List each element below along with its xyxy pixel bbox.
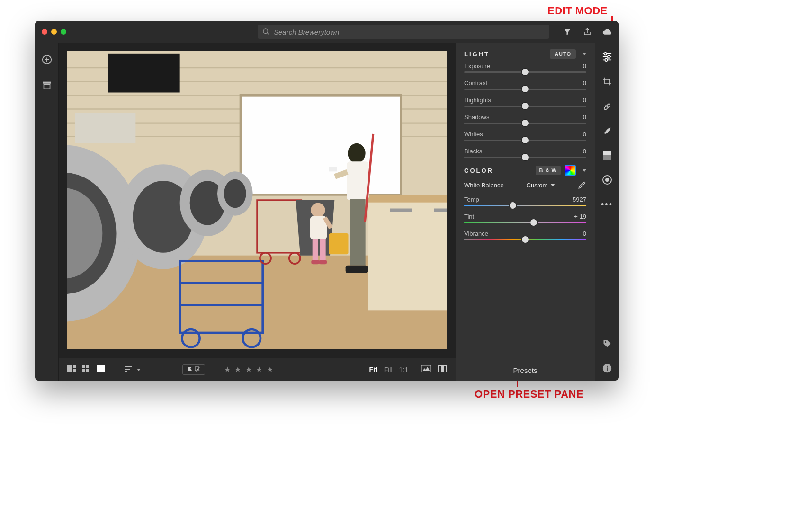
titlebar: Search Brewerytown	[35, 21, 619, 43]
svg-rect-43	[346, 266, 368, 273]
auto-button[interactable]: AUTO	[550, 49, 576, 59]
image-canvas[interactable]	[67, 51, 447, 349]
tint-value: + 19	[574, 213, 586, 220]
sort-menu[interactable]	[125, 366, 141, 373]
slider-label: Contrast	[464, 80, 487, 87]
svg-point-72	[604, 53, 606, 55]
exposure-slider[interactable]	[464, 71, 586, 73]
maximize-window[interactable]	[61, 29, 66, 35]
svg-rect-54	[329, 233, 349, 254]
svg-rect-15	[241, 95, 401, 195]
temp-slider[interactable]	[464, 205, 586, 206]
svg-line-66	[195, 366, 200, 373]
svg-point-86	[606, 366, 607, 367]
color-section-title: COLOR	[464, 167, 493, 174]
single-view[interactable]	[97, 365, 105, 373]
svg-point-26	[224, 179, 246, 208]
svg-rect-49	[320, 239, 326, 261]
light-expand[interactable]	[580, 50, 586, 58]
grid-view-large[interactable]	[67, 365, 76, 373]
radial-gradient-icon[interactable]	[601, 174, 613, 186]
histogram-icon[interactable]	[421, 365, 431, 373]
color-expand[interactable]	[580, 166, 586, 175]
slider-value: 0	[583, 97, 586, 104]
cloud-icon[interactable]	[602, 27, 612, 36]
share-icon[interactable]	[583, 27, 592, 36]
svg-rect-39	[434, 209, 447, 212]
footer-bar: ★ ★ ★ ★ ★ Fit Fill 1:1	[59, 358, 456, 381]
search-icon	[262, 28, 270, 35]
linear-gradient-icon[interactable]	[601, 150, 613, 161]
svg-rect-63	[125, 366, 132, 367]
compare-icon[interactable]	[438, 365, 447, 374]
blacks-slider[interactable]	[464, 157, 586, 158]
slider-label: Shadows	[464, 114, 489, 121]
svg-rect-37	[368, 195, 447, 202]
search-input[interactable]: Search Brewerytown	[258, 25, 549, 39]
svg-rect-68	[438, 365, 441, 372]
slider-label: Exposure	[464, 62, 490, 70]
search-placeholder: Search Brewerytown	[274, 28, 339, 36]
slider-label: Blacks	[464, 148, 482, 155]
edit-panel: LIGHT AUTO Exposure0Contrast0Highlights0…	[456, 43, 595, 381]
zoom-1to1[interactable]: 1:1	[399, 366, 408, 373]
flag-toggle[interactable]	[182, 364, 205, 375]
svg-rect-64	[125, 369, 130, 370]
svg-rect-50	[311, 260, 319, 264]
right-toolbar: •••	[595, 43, 619, 381]
more-icon[interactable]: •••	[601, 199, 613, 210]
color-mixer-button[interactable]	[565, 165, 576, 176]
svg-point-40	[348, 143, 365, 163]
minimize-window[interactable]	[51, 29, 57, 35]
svg-rect-45	[329, 167, 337, 171]
close-window[interactable]	[42, 29, 47, 35]
slider-value: 0	[583, 148, 586, 155]
info-icon[interactable]	[601, 363, 613, 374]
zoom-fit[interactable]: Fit	[369, 366, 377, 373]
whites-slider[interactable]	[464, 140, 586, 141]
svg-rect-56	[73, 365, 76, 368]
svg-point-0	[263, 29, 268, 33]
temp-label: Temp	[464, 196, 479, 203]
tag-icon[interactable]	[601, 338, 613, 349]
tint-slider[interactable]	[464, 222, 586, 223]
svg-rect-36	[368, 200, 447, 310]
app-window: Search Brewerytown	[35, 21, 619, 381]
svg-rect-27	[75, 113, 135, 143]
rating-stars[interactable]: ★ ★ ★ ★ ★	[224, 365, 274, 374]
svg-rect-62	[97, 365, 105, 372]
brush-icon[interactable]	[601, 125, 613, 136]
left-sidebar	[35, 43, 59, 381]
eyedropper-icon[interactable]	[578, 181, 586, 189]
contrast-slider[interactable]	[464, 89, 586, 90]
bw-button[interactable]: B & W	[536, 166, 561, 175]
shadows-slider[interactable]	[464, 123, 586, 124]
filter-icon[interactable]	[563, 27, 572, 36]
zoom-fill[interactable]: Fill	[384, 366, 393, 373]
slider-label: Highlights	[464, 97, 491, 104]
slider-label: Whites	[464, 131, 483, 138]
healing-brush-icon[interactable]	[601, 100, 613, 112]
presets-button[interactable]: Presets	[456, 360, 595, 381]
svg-rect-41	[347, 161, 369, 200]
svg-rect-67	[421, 365, 431, 372]
svg-point-83	[605, 341, 606, 343]
svg-rect-61	[86, 369, 89, 372]
vibrance-slider[interactable]	[464, 239, 586, 240]
svg-point-46	[311, 203, 325, 217]
temp-value: 5927	[573, 196, 586, 203]
svg-rect-58	[82, 365, 85, 368]
edit-sliders-icon[interactable]	[601, 51, 613, 62]
crop-icon[interactable]	[601, 76, 613, 87]
slider-value: 0	[583, 114, 586, 121]
archive-button[interactable]	[41, 80, 53, 91]
white-balance-dropdown[interactable]: Custom	[527, 182, 556, 189]
highlights-slider[interactable]	[464, 106, 586, 107]
svg-rect-48	[313, 239, 318, 261]
vibrance-value: 0	[583, 230, 586, 237]
add-photos-button[interactable]	[41, 54, 53, 65]
svg-rect-57	[73, 369, 76, 372]
light-section-title: LIGHT	[464, 51, 490, 58]
white-balance-label: White Balance	[464, 182, 504, 189]
grid-view-small[interactable]	[82, 365, 90, 373]
